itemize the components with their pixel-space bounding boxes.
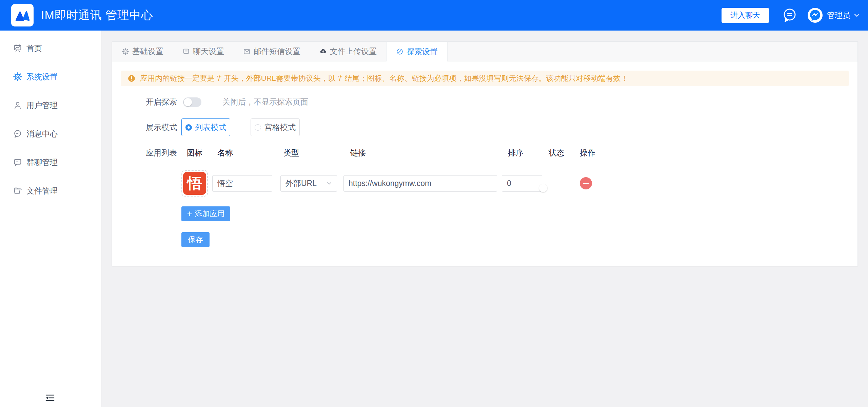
user-icon	[13, 100, 22, 110]
sidebar: 首页	[0, 31, 102, 407]
main-content: 基础设置 聊天设置	[102, 31, 868, 407]
tab-label: 基础设置	[132, 46, 163, 57]
tab-label: 聊天设置	[193, 46, 224, 57]
explore-switch-hint: 关闭后，不显示探索页面	[222, 97, 308, 107]
chevron-down-icon[interactable]	[853, 12, 861, 19]
tab-label: 文件上传设置	[330, 46, 377, 57]
explore-switch-row: 开启探索 关闭后，不显示探索页面	[146, 97, 857, 107]
sidebar-item-group-chat[interactable]: 群聊管理	[0, 148, 101, 177]
app-icon-upload[interactable]: 悟	[181, 170, 208, 197]
mode-option-list[interactable]: 列表模式	[181, 118, 230, 136]
collapse-sidebar-icon[interactable]	[45, 394, 55, 402]
app-list-label: 应用列表	[146, 148, 181, 158]
tab-label: 邮件短信设置	[254, 46, 300, 57]
chevron-down-icon	[326, 180, 332, 186]
sidebar-footer	[0, 388, 101, 407]
mode-option-label: 宫格模式	[264, 122, 296, 133]
app-sort-input[interactable]	[502, 175, 542, 192]
sidebar-item-label: 群聊管理	[26, 157, 58, 168]
column-header-type: 类型	[280, 148, 343, 158]
dashboard-icon	[13, 43, 22, 53]
column-header-link: 链接	[343, 148, 502, 158]
radio-empty-icon	[255, 124, 261, 131]
tab-bar: 基础设置 聊天设置	[112, 42, 857, 61]
sidebar-item-label: 系统设置	[26, 72, 58, 82]
plus-icon: +	[187, 209, 192, 218]
sidebar-item-label: 消息中心	[26, 129, 58, 139]
chat-square-icon	[182, 48, 190, 55]
explore-toggle[interactable]	[183, 97, 201, 107]
sidebar-item-system-settings[interactable]: 系统设置	[0, 62, 101, 91]
settings-card: 基础设置 聊天设置	[112, 41, 858, 266]
sidebar-item-user-management[interactable]: 用户管理	[0, 91, 101, 119]
display-mode-row: 展示模式 列表模式 宫格模式	[146, 118, 857, 136]
app-icon: 悟	[183, 172, 206, 195]
column-header-action: 操作	[580, 148, 600, 158]
toggle-knob	[539, 184, 547, 192]
alert-banner: 应用内的链接一定要是 '/' 开头，外部URL需要带协议头，以 '/' 结尾；图…	[121, 71, 849, 86]
app-type-value: 外部URL	[285, 178, 317, 189]
tab-basic-settings[interactable]: 基础设置	[112, 42, 173, 61]
tab-chat-settings[interactable]: 聊天设置	[173, 42, 234, 61]
message-circle-icon	[13, 129, 22, 138]
group-chat-icon	[13, 158, 22, 167]
app-row: 悟 外部URL	[146, 170, 857, 197]
column-header-name: 名称	[212, 148, 280, 158]
sidebar-menu: 首页	[0, 31, 101, 205]
remove-app-button[interactable]	[580, 177, 592, 189]
mode-option-grid[interactable]: 宫格模式	[251, 118, 300, 136]
sidebar-item-label: 首页	[26, 43, 42, 54]
cloud-upload-icon	[319, 48, 327, 55]
alert-text: 应用内的链接一定要是 '/' 开头，外部URL需要带协议头，以 '/' 结尾；图…	[140, 73, 628, 84]
topbar-right: 进入聊天 管理员	[722, 7, 861, 23]
explore-switch-label: 开启探索	[146, 97, 177, 107]
chat-bubble-icon[interactable]	[782, 7, 797, 23]
brand: IM即时通讯 管理中心	[11, 4, 153, 26]
column-header-icon: 图标	[181, 148, 212, 158]
tab-mail-sms-settings[interactable]: 邮件短信设置	[234, 42, 310, 61]
column-header-status: 状态	[548, 148, 580, 158]
sidebar-item-file-management[interactable]: 文件管理	[0, 177, 101, 205]
mail-icon	[243, 48, 251, 55]
column-header-sort: 排序	[502, 148, 548, 158]
warning-icon	[127, 74, 136, 82]
sidebar-item-message-center[interactable]: 消息中心	[0, 119, 101, 148]
folder-icon	[13, 186, 22, 196]
enter-chat-button[interactable]: 进入聊天	[722, 8, 769, 23]
app-title: IM即时通讯 管理中心	[41, 7, 153, 23]
save-button[interactable]: 保存	[181, 232, 210, 247]
app-root: IM即时通讯 管理中心 进入聊天 管理员	[0, 0, 868, 407]
display-mode-label: 展示模式	[146, 122, 177, 133]
app-type-select[interactable]: 外部URL	[280, 175, 337, 192]
add-app-label: 添加应用	[195, 209, 225, 219]
admin-name[interactable]: 管理员	[827, 10, 850, 21]
sidebar-item-label: 用户管理	[26, 100, 58, 111]
app-name-input[interactable]	[212, 175, 272, 192]
app-logo-icon	[11, 4, 34, 26]
gear-icon	[122, 48, 129, 55]
tab-label: 探索设置	[407, 47, 438, 57]
minus-icon	[583, 183, 589, 184]
sidebar-item-label: 文件管理	[26, 186, 58, 196]
app-link-input[interactable]	[343, 175, 497, 192]
app-table-header: 应用列表 图标 名称 类型 链接 排序 状态 操作	[146, 148, 857, 158]
toggle-knob	[184, 98, 192, 106]
compass-icon	[396, 48, 403, 55]
tab-file-upload-settings[interactable]: 文件上传设置	[310, 42, 386, 61]
tab-explore-settings[interactable]: 探索设置	[386, 42, 448, 61]
app-table: 应用列表 图标 名称 类型 链接 排序 状态 操作 悟	[146, 148, 857, 197]
gear-icon	[13, 72, 22, 81]
add-app-button[interactable]: + 添加应用	[181, 206, 230, 221]
sidebar-item-home[interactable]: 首页	[0, 34, 101, 62]
mode-option-label: 列表模式	[195, 122, 226, 133]
avatar[interactable]	[808, 8, 823, 23]
top-header: IM即时通讯 管理中心 进入聊天 管理员	[0, 0, 868, 31]
radio-checked-icon	[185, 124, 192, 131]
